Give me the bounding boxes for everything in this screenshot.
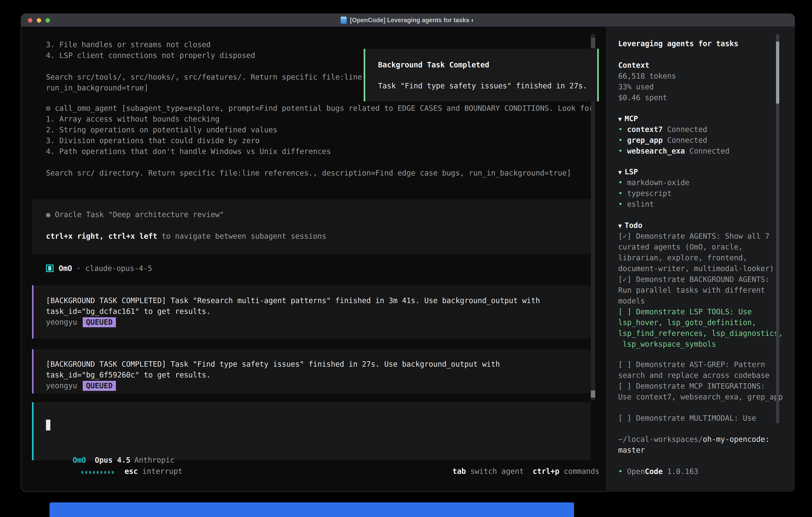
output-line: 4. LSP client connections not properly d… — [46, 50, 362, 61]
sidebar-scrollbar[interactable] — [776, 34, 779, 423]
todo-section: ▼Todo [✓] Demonstrate AGENTS: Show all 7… — [618, 220, 795, 424]
oracle-task-title: ◉ Oracle Task "Deep architecture review" — [46, 209, 591, 220]
todo-pending-line: [ ] Demonstrate MULTIMODAL: Use — [618, 413, 795, 424]
tool-call-block: ⚙ call_omo_agent [subagent_type=explore,… — [46, 103, 593, 179]
context-heading: Context — [618, 60, 795, 71]
scrollbar-thumb-top[interactable] — [591, 38, 595, 48]
status-right: tab switch agent ctrl+p commands — [426, 458, 600, 484]
author-name: yeongyu — [46, 318, 77, 326]
todo-done-line: [✓] Demonstrate AGENTS: Show all 7 — [618, 231, 795, 242]
record-icon: ◉ — [46, 210, 50, 219]
status-left: esc interrupt — [46, 458, 182, 484]
sidebar-scrollbar-thumb[interactable] — [776, 42, 779, 104]
scrollbar-thumb-bottom[interactable] — [591, 390, 595, 398]
document-icon — [341, 17, 347, 24]
chevron-down-icon: ▼ — [618, 169, 622, 176]
desktop-accent-strip — [50, 502, 574, 517]
mcp-section: ▼MCP • context7 Connected • grep_app Con… — [618, 113, 795, 157]
tool-call-line: ⚙ call_omo_agent [subagent_type=explore,… — [46, 103, 593, 114]
toast-body: Task "Find type safety issues" finished … — [378, 81, 586, 91]
todo-done-line: Run parallel tasks with different — [618, 285, 795, 296]
workspace-branch: master — [618, 445, 795, 456]
context-tokens: 66,518 tokens — [618, 71, 795, 82]
title-bar: [OpenCode] Leveraging agents for tasks ◐ — [21, 14, 794, 27]
text-cursor — [46, 419, 50, 430]
session-sidebar: Leveraging agents for tasks Context 66,5… — [606, 27, 795, 492]
message-line: task_id="bg_dcfac161" to get results. — [46, 306, 591, 317]
mcp-item: • websearch_exa Connected — [618, 146, 795, 157]
tool-call-item: 4. Path operations that don't handle Win… — [46, 146, 593, 157]
context-used: 33% used — [618, 82, 795, 92]
status-dot-icon: • — [618, 147, 622, 155]
activity-dots — [46, 458, 116, 484]
oracle-task-hint: ctrl+x right, ctrl+x left to navigate be… — [46, 231, 591, 242]
todo-done-line: models — [618, 296, 795, 306]
zoom-button[interactable] — [46, 18, 50, 23]
tool-call-item: 1. Array access without bounds checking — [46, 114, 593, 125]
terminal-output-top: 3. File handles or streams not closed 4.… — [46, 39, 362, 93]
version-number: 1.0.163 — [667, 467, 698, 476]
background-task-toast: Background Task Completed Task "Find typ… — [364, 49, 599, 101]
lsp-item: • eslint — [618, 199, 795, 210]
mcp-item: • context7 Connected — [618, 124, 795, 135]
todo-done-line: document-writer, multimodal-looker) — [618, 263, 795, 274]
tool-call-line: Search src/ directory. Return specific f… — [46, 168, 593, 179]
author-name: yeongyu — [46, 381, 77, 390]
gear-icon: ⚙ — [46, 104, 50, 113]
session-title: Leveraging agents for tasks — [618, 38, 795, 49]
lsp-item: • typescript — [618, 188, 795, 199]
tab-key-label: switch agent — [470, 467, 524, 475]
status-dot-icon: • — [618, 467, 622, 476]
todo-done-line: librarian, explore, frontend, — [618, 252, 795, 263]
toast-title: Background Task Completed — [378, 60, 586, 71]
todo-pending-line: search and replace across codebase — [618, 370, 795, 381]
separator-dot: · — [77, 264, 81, 273]
message-meta: yeongyuQUEUED — [46, 317, 591, 328]
tool-call-item: 2. String operations on potentially unde… — [46, 125, 593, 135]
chevron-down-icon: ▼ — [618, 115, 622, 123]
message-line: [BACKGROUND TASK COMPLETED] Task "Find t… — [46, 359, 591, 370]
status-badge: QUEUED — [83, 381, 116, 391]
esc-key-hint: esc — [124, 467, 138, 475]
traffic-lights — [28, 14, 50, 27]
todo-active-line: lsp_workspace_symbols — [618, 339, 795, 350]
todo-pending-line: [ ] Demonstrate MCP INTEGRATIONS: — [618, 381, 795, 392]
lsp-item: • markdown-oxide — [618, 177, 795, 188]
todo-active-line: lsp_hover, lsp_goto_definition, — [618, 317, 795, 328]
todo-pending-line: Use context7, websearch_exa, grep_app — [618, 392, 795, 403]
close-button[interactable] — [28, 18, 32, 23]
status-dot-icon: • — [618, 200, 622, 209]
output-line — [46, 61, 362, 72]
todo-done-line: [✓] Demonstrate BACKGROUND AGENTS: — [618, 274, 795, 285]
ctrlp-key-hint: ctrl+p — [533, 467, 559, 475]
status-dot-icon: • — [618, 125, 622, 134]
esc-key-label: interrupt — [142, 467, 182, 475]
message-line: task_id="bg_6f59260c" to get results. — [46, 370, 591, 380]
mcp-section-header[interactable]: ▼MCP — [618, 113, 795, 124]
output-line: run_in_background=true] — [46, 83, 362, 93]
prompt-input[interactable]: OmOOpus 4.5Anthropic — [32, 402, 591, 460]
agent-header: OmO · claude-opus-4-5 — [46, 263, 152, 274]
todo-section-header[interactable]: ▼Todo — [618, 220, 795, 231]
window-title: [OpenCode] Leveraging agents for tasks ◐ — [350, 17, 475, 24]
terminal-window: [OpenCode] Leveraging agents for tasks ◐… — [21, 13, 795, 492]
output-line: 3. File handles or streams not closed — [46, 39, 362, 50]
status-bar: esc interrupt tab switch agent ctrl+p co… — [46, 466, 600, 477]
message-meta: yeongyuQUEUED — [46, 380, 591, 391]
todo-pending-line: [ ] Demonstrate AST-GREP: Pattern — [618, 359, 795, 370]
output-line: Search src/tools/, src/hooks/, src/featu… — [46, 72, 362, 83]
minimize-button[interactable] — [37, 18, 41, 23]
lsp-section-header[interactable]: ▼LSP — [618, 166, 795, 177]
workspace-section: ~/local-workspaces/oh-my-opencode: maste… — [618, 434, 795, 456]
lsp-section: ▼LSP • markdown-oxide • typescript • esl… — [618, 166, 795, 210]
todo-done-line: curated agents (OmO, oracle, — [618, 242, 795, 252]
context-section: Context 66,518 tokens 33% used $0.46 spe… — [618, 60, 795, 103]
todo-active-line: [ ] Demonstrate LSP TOOLS: Use — [618, 306, 795, 317]
tab-key-hint: tab — [453, 467, 466, 475]
ctrlp-key-label: commands — [564, 467, 600, 475]
status-dot-icon: • — [618, 189, 622, 198]
tool-call-item: 3. Division operations that could divide… — [46, 135, 593, 146]
version-row: • OpenCode 1.0.163 — [618, 466, 795, 477]
todo-active-line: lsp_find_references, lsp_diagnostics, — [618, 328, 795, 339]
message-line: [BACKGROUND TASK COMPLETED] Task "Resear… — [46, 295, 591, 306]
